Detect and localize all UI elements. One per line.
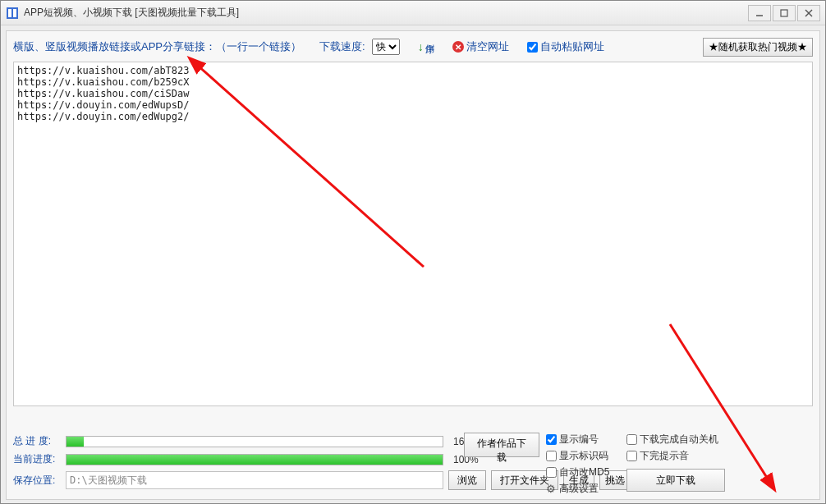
advanced-settings-button[interactable]: ⚙高级设置 <box>546 482 609 496</box>
shutdown-after-checkbox[interactable]: 下载完成自动关机 <box>626 433 725 447</box>
save-path-input[interactable] <box>66 471 443 489</box>
show-index-checkbox[interactable]: 显示编号 <box>546 433 609 447</box>
speed-label: 下载速度: <box>319 39 365 54</box>
main-panel: 横版、竖版视频播放链接或APP分享链接：（一行一个链接） 下载速度: 快 ↓ 倒… <box>6 30 820 500</box>
maximize-button[interactable] <box>773 5 796 21</box>
auto-paste-checkbox[interactable]: 自动粘贴网址 <box>527 39 604 54</box>
app-icon <box>6 7 19 20</box>
reverse-order-button[interactable]: ↓ 倒序 <box>418 37 434 57</box>
save-location-label: 保存位置: <box>13 474 61 488</box>
random-hot-videos-button[interactable]: ★随机获取热门视频★ <box>703 38 813 57</box>
svg-rect-2 <box>13 9 16 17</box>
total-progress-bar <box>66 436 443 447</box>
window-controls <box>746 5 820 21</box>
close-button[interactable] <box>797 5 820 21</box>
browse-button[interactable]: 浏览 <box>448 470 486 490</box>
beep-after-checkbox[interactable]: 下完提示音 <box>626 449 725 463</box>
show-id-checkbox[interactable]: 显示标识码 <box>546 449 609 463</box>
total-progress-label: 总 进 度: <box>13 434 61 448</box>
auto-md5-checkbox[interactable]: 自动改MD5 <box>546 465 609 479</box>
window-title: APP短视频、小视频下载 [天图视频批量下载工具] <box>24 6 746 20</box>
download-now-button[interactable]: 立即下载 <box>626 469 725 492</box>
bottom-panel: 总 进 度: 16 / 354 作者作品下载 显示编号 显示标识码 自动改MD5… <box>13 434 813 494</box>
arrow-down-icon: ↓ <box>418 40 424 53</box>
clear-urls-button[interactable]: ✕ 清空网址 <box>452 39 509 54</box>
toolbar: 横版、竖版视频播放链接或APP分享链接：（一行一个链接） 下载速度: 快 ↓ 倒… <box>7 31 819 62</box>
svg-rect-1 <box>8 9 11 17</box>
gear-icon: ⚙ <box>546 483 556 495</box>
instruction-label: 横版、竖版视频播放链接或APP分享链接：（一行一个链接） <box>13 39 301 54</box>
svg-rect-4 <box>781 10 787 16</box>
author-works-download-button[interactable]: 作者作品下载 <box>464 433 539 457</box>
current-progress-bar <box>66 454 443 465</box>
close-circle-icon: ✕ <box>452 41 464 53</box>
url-input-textarea[interactable] <box>13 62 813 406</box>
minimize-button[interactable] <box>748 5 771 21</box>
speed-select[interactable]: 快 <box>372 39 400 55</box>
window-titlebar: APP短视频、小视频下载 [天图视频批量下载工具] <box>1 1 825 25</box>
current-progress-label: 当前进度: <box>13 452 61 466</box>
